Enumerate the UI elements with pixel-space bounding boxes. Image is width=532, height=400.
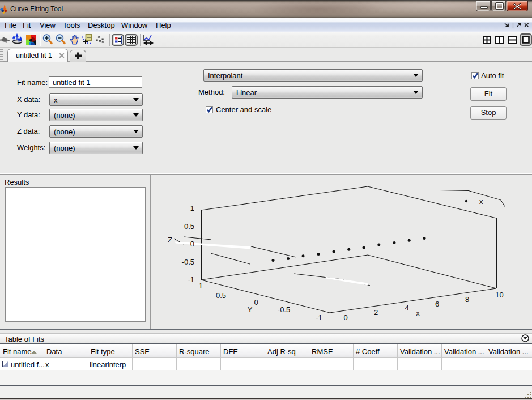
svg-text:1: 1 [198, 282, 202, 290]
svg-text:Y: Y [248, 305, 253, 314]
svg-text:2: 2 [374, 308, 378, 317]
svg-text:4: 4 [405, 304, 408, 312]
svg-text:0.5: 0.5 [184, 222, 194, 231]
svg-text:Z: Z [168, 236, 172, 244]
svg-text:x: x [479, 197, 483, 206]
svg-text:6: 6 [435, 300, 439, 308]
svg-text:-1: -1 [188, 275, 194, 284]
svg-text:0: 0 [190, 240, 194, 248]
svg-text:-0.5: -0.5 [278, 305, 290, 314]
svg-text:0: 0 [343, 313, 347, 322]
svg-text:-1: -1 [316, 313, 322, 322]
svg-text:1: 1 [190, 204, 194, 212]
svg-text:x: x [416, 309, 420, 317]
svg-text:8: 8 [465, 295, 469, 304]
svg-text:10: 10 [495, 291, 503, 299]
svg-text:0: 0 [254, 298, 258, 307]
svg-text:0.5: 0.5 [216, 291, 226, 300]
svg-text:-0.5: -0.5 [182, 258, 194, 266]
